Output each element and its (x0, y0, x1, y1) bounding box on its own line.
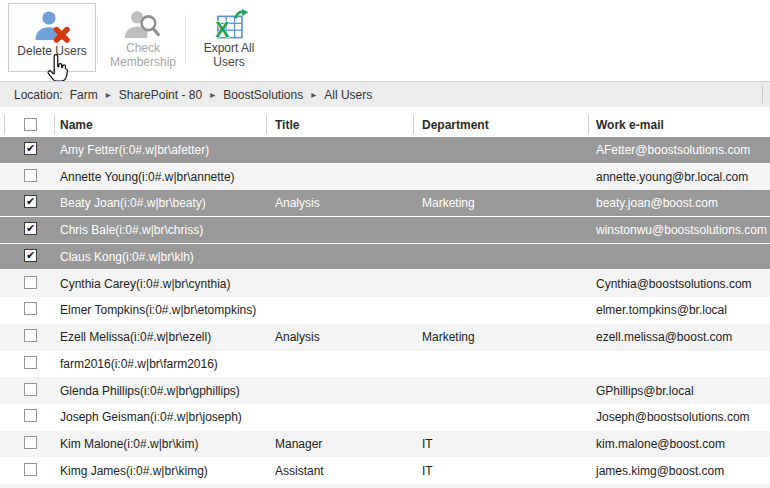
cell-work-email: james.kimg@boost.com (588, 464, 770, 478)
cell-name: Glenda Phillips(i:0#.w|br\gphillips) (54, 384, 266, 398)
export-all-users-label-line1: Export All (204, 42, 255, 56)
table-row[interactable]: Cynthia Carey(i:0#.w|br\cynthia)Cynthia@… (0, 270, 770, 297)
toolbar-separator (97, 15, 98, 62)
row-checkbox[interactable] (24, 195, 37, 208)
row-checkbox[interactable] (24, 383, 37, 396)
cell-department: IT (413, 464, 588, 478)
table-row[interactable]: Beaty Joan(i:0#.w|br\beaty)AnalysisMarke… (0, 190, 770, 217)
export-all-users-label-line2: Users (213, 56, 244, 70)
row-checkbox-cell (0, 142, 54, 158)
row-checkbox[interactable] (24, 409, 37, 422)
cell-work-email: elmer.tompkins@br.local (588, 303, 770, 317)
cell-name: Cynthia Carey(i:0#.w|br\cynthia) (54, 277, 266, 291)
row-checkbox-cell (0, 436, 54, 452)
cell-name: Kimg James(i:0#.w|br\kimg) (54, 464, 266, 478)
cell-name: Claus Kong(i:0#.w|br\klh) (54, 250, 266, 264)
cell-name: Annette Young(i:0#.w|br\annette) (54, 170, 266, 184)
breadcrumb-item-farm[interactable]: Farm (70, 88, 98, 102)
cell-work-email: annette.young@br.local.com (588, 170, 770, 184)
header-select-all-cell (0, 112, 54, 137)
breadcrumb-item-all-users[interactable]: All Users (324, 88, 372, 102)
table-row[interactable]: Glenda Phillips(i:0#.w|br\gphillips)GPhi… (0, 377, 770, 404)
svg-text:X: X (215, 18, 229, 41)
cell-name: Chris Bale(i:0#.w|br\chriss) (54, 223, 266, 237)
export-all-users-button[interactable]: X Export All Users (187, 4, 271, 70)
delete-user-icon (32, 9, 72, 43)
row-checkbox-cell (0, 329, 54, 345)
ribbon-toolbar: Delete Users Check Membership (0, 0, 770, 81)
column-header-work-email[interactable]: Work e-mail (588, 112, 770, 137)
cell-title: Assistant (266, 464, 413, 478)
column-header-name[interactable]: Name (54, 112, 266, 137)
cell-title: Analysis (266, 330, 413, 344)
select-all-checkbox[interactable] (24, 118, 37, 131)
check-membership-button[interactable]: Check Membership (103, 4, 183, 70)
breadcrumb-item-sharepoint-80[interactable]: SharePoint - 80 (119, 88, 202, 102)
row-checkbox-cell (0, 302, 54, 318)
row-checkbox[interactable] (24, 276, 37, 289)
table-row[interactable]: Kimg James(i:0#.w|br\kimg)AssistantITjam… (0, 457, 770, 484)
row-checkbox-cell (0, 383, 54, 399)
user-table-body: Amy Fetter(i:0#.w|br\afetter)AFetter@boo… (0, 137, 770, 488)
table-row-partial (0, 484, 770, 488)
table-row[interactable]: Elmer Tompkins(i:0#.w|br\etompkins)elmer… (0, 297, 770, 324)
row-checkbox[interactable] (24, 356, 37, 369)
cell-work-email: GPhillips@br.local (588, 384, 770, 398)
table-row[interactable]: Amy Fetter(i:0#.w|br\afetter)AFetter@boo… (0, 137, 770, 164)
row-checkbox[interactable] (24, 329, 37, 342)
breadcrumb-item-boostsolutions[interactable]: BoostSolutions (223, 88, 303, 102)
breadcrumb: Location: Farm ▸ SharePoint - 80 ▸ Boost… (0, 81, 770, 107)
cell-name: Kim Malone(i:0#.w|br\kim) (54, 437, 266, 451)
row-checkbox-cell (0, 463, 54, 479)
row-checkbox[interactable] (24, 222, 37, 235)
user-table: Name Title Department Work e-mail Amy Fe… (0, 112, 770, 488)
row-checkbox[interactable] (24, 249, 37, 262)
table-row[interactable]: Joseph Geisman(i:0#.w|br\joseph)Joseph@b… (0, 404, 770, 431)
row-checkbox-cell (0, 276, 54, 292)
column-header-department[interactable]: Department (413, 112, 588, 137)
cell-name: Amy Fetter(i:0#.w|br\afetter) (54, 143, 266, 157)
row-checkbox[interactable] (24, 169, 37, 182)
row-checkbox[interactable] (24, 436, 37, 449)
row-checkbox-cell (0, 195, 54, 211)
cell-work-email: beaty.joan@boost.com (588, 196, 770, 210)
cell-name: Beaty Joan(i:0#.w|br\beaty) (54, 196, 266, 210)
row-checkbox-cell (0, 169, 54, 185)
table-row[interactable]: farm2016(i:0#.w|br\farm2016) (0, 351, 770, 378)
table-row[interactable]: Annette Young(i:0#.w|br\annette)annette.… (0, 164, 770, 191)
breadcrumb-label: Location: (14, 88, 63, 102)
cell-department: Marketing (413, 196, 588, 210)
cell-name: Joseph Geisman(i:0#.w|br\joseph) (54, 410, 266, 424)
cell-department: Marketing (413, 330, 588, 344)
breadcrumb-separator-icon: ▸ (106, 90, 111, 100)
column-header-title[interactable]: Title (266, 112, 413, 137)
cell-work-email: Cynthia@boostsolutions.com (588, 277, 770, 291)
breadcrumb-separator-icon: ▸ (210, 90, 215, 100)
cell-work-email: AFetter@boostsolutions.com (588, 143, 770, 157)
delete-users-app: Delete Users Check Membership (0, 0, 770, 488)
row-checkbox[interactable] (24, 302, 37, 315)
table-row[interactable]: Kim Malone(i:0#.w|br\kim)ManagerITkim.ma… (0, 431, 770, 458)
table-row[interactable]: Ezell Melissa(i:0#.w|br\ezell)AnalysisMa… (0, 324, 770, 351)
breadcrumb-separator-icon: ▸ (311, 90, 316, 100)
row-checkbox[interactable] (24, 142, 37, 155)
cell-name: farm2016(i:0#.w|br\farm2016) (54, 357, 266, 371)
toolbar-separator (185, 15, 186, 62)
cell-name: Elmer Tompkins(i:0#.w|br\etompkins) (54, 303, 266, 317)
cell-title: Analysis (266, 196, 413, 210)
row-checkbox-cell (0, 249, 54, 265)
check-membership-label-line2: Membership (110, 56, 176, 70)
table-row[interactable]: Claus Kong(i:0#.w|br\klh) (0, 244, 770, 271)
cell-department: IT (413, 437, 588, 451)
cell-name: Ezell Melissa(i:0#.w|br\ezell) (54, 330, 266, 344)
cell-work-email: ezell.melissa@boost.com (588, 330, 770, 344)
cell-work-email: winstonwu@boostsolutions.com (588, 223, 770, 237)
export-excel-icon: X (207, 9, 251, 40)
row-checkbox[interactable] (24, 463, 37, 476)
row-checkbox-cell (0, 409, 54, 425)
table-header: Name Title Department Work e-mail (0, 112, 770, 137)
row-checkbox-cell (0, 356, 54, 372)
cell-title: Manager (266, 437, 413, 451)
cell-work-email: Joseph@boostsolutions.com (588, 410, 770, 424)
table-row[interactable]: Chris Bale(i:0#.w|br\chriss)winstonwu@bo… (0, 217, 770, 244)
